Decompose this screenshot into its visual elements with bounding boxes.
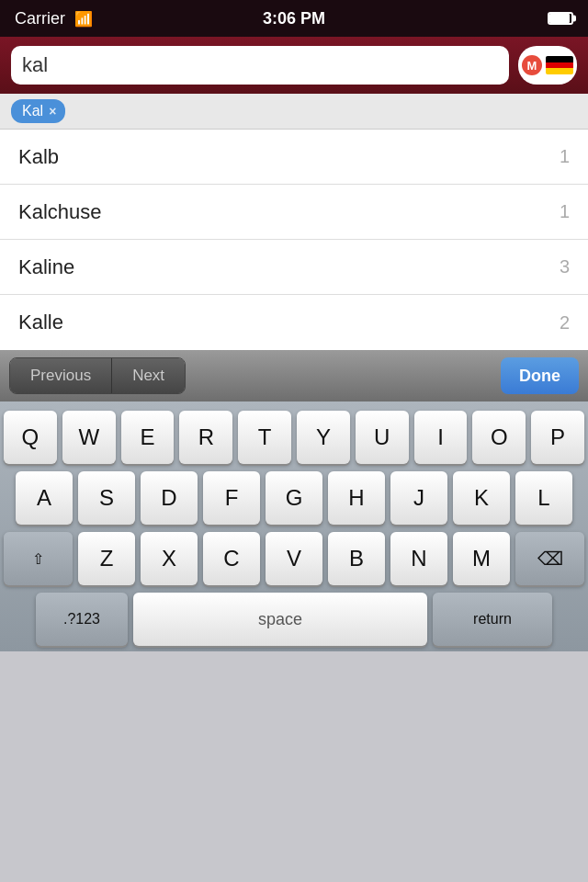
key-c[interactable]: C — [203, 532, 260, 585]
lang-badge[interactable]: M — [518, 46, 577, 85]
result-word-3: Kalle — [18, 311, 63, 334]
flag-gold — [546, 68, 573, 74]
key-r[interactable]: R — [179, 411, 232, 464]
keyboard: Q W E R T Y U I O P A S D F G H J K L ⇧ … — [0, 401, 588, 651]
result-count-3: 2 — [560, 312, 570, 334]
return-key[interactable]: return — [433, 593, 552, 646]
lang-badge-m: M — [522, 55, 542, 75]
key-n[interactable]: N — [390, 532, 447, 585]
next-button[interactable]: Next — [112, 358, 185, 393]
flag-red — [546, 62, 573, 69]
key-p[interactable]: P — [531, 411, 584, 464]
previous-button[interactable]: Previous — [10, 358, 112, 393]
keyboard-row-2: A S D F G H J K L — [4, 471, 584, 525]
key-g[interactable]: G — [266, 471, 322, 525]
space-key[interactable]: space — [133, 593, 427, 646]
token-row: Kal × — [0, 94, 588, 129]
wifi-icon: 📶 — [74, 10, 93, 28]
toolbar: Previous Next Done — [0, 350, 588, 401]
flag-black — [546, 56, 573, 62]
search-input[interactable]: kal — [22, 53, 48, 77]
token-close[interactable]: × — [49, 104, 56, 119]
status-bar-left: Carrier 📶 — [15, 9, 93, 28]
results-list: Kalb 1 Kalchuse 1 Kaline 3 Kalle 2 — [0, 129, 588, 350]
battery-icon — [548, 12, 573, 25]
key-l[interactable]: L — [515, 471, 572, 525]
result-word-2: Kaline — [18, 255, 74, 279]
token-label: Kal — [22, 103, 43, 119]
search-token[interactable]: Kal × — [11, 99, 65, 123]
status-bar: Carrier 📶 3:06 PM — [0, 0, 588, 37]
result-item-0[interactable]: Kalb 1 — [0, 130, 588, 185]
key-u[interactable]: U — [356, 411, 409, 464]
key-k[interactable]: K — [453, 471, 510, 525]
status-bar-right — [548, 12, 573, 25]
key-y[interactable]: Y — [297, 411, 350, 464]
result-word-0: Kalb — [18, 145, 59, 169]
shift-key[interactable]: ⇧ — [4, 532, 73, 585]
delete-key[interactable]: ⌫ — [515, 532, 584, 585]
key-o[interactable]: O — [472, 411, 526, 464]
key-t[interactable]: T — [238, 411, 291, 464]
result-item-2[interactable]: Kaline 3 — [0, 240, 588, 295]
keyboard-row-3: ⇧ Z X C V B N M ⌫ — [4, 532, 584, 585]
key-a[interactable]: A — [16, 471, 73, 525]
key-b[interactable]: B — [328, 532, 385, 585]
key-e[interactable]: E — [121, 411, 175, 464]
key-i[interactable]: I — [414, 411, 468, 464]
delete-icon: ⌫ — [537, 548, 563, 570]
result-count-2: 3 — [560, 256, 570, 277]
key-v[interactable]: V — [266, 532, 322, 585]
key-d[interactable]: D — [141, 471, 198, 525]
numbers-key[interactable]: .?123 — [36, 593, 128, 646]
shift-icon: ⇧ — [32, 550, 44, 568]
result-item-1[interactable]: Kalchuse 1 — [0, 185, 588, 240]
status-bar-time: 3:06 PM — [263, 9, 325, 28]
search-input-container[interactable]: kal — [11, 46, 509, 85]
key-j[interactable]: J — [390, 471, 447, 525]
key-x[interactable]: X — [141, 532, 198, 585]
keyboard-row-1: Q W E R T Y U I O P — [4, 411, 584, 464]
result-count-1: 1 — [560, 201, 570, 222]
result-word-1: Kalchuse — [18, 200, 102, 224]
key-h[interactable]: H — [328, 471, 385, 525]
carrier-label: Carrier — [15, 9, 65, 28]
key-z[interactable]: Z — [78, 532, 135, 585]
key-s[interactable]: S — [78, 471, 135, 525]
key-w[interactable]: W — [62, 411, 116, 464]
keyboard-row-bottom: .?123 space return — [4, 593, 584, 646]
german-flag — [546, 56, 573, 74]
result-item-3[interactable]: Kalle 2 — [0, 295, 588, 350]
key-q[interactable]: Q — [4, 411, 57, 464]
key-f[interactable]: F — [203, 471, 260, 525]
result-count-0: 1 — [560, 146, 570, 167]
nav-buttons: Previous Next — [9, 357, 186, 394]
header: kal M — [0, 37, 588, 94]
done-button[interactable]: Done — [501, 357, 579, 394]
key-m[interactable]: M — [453, 532, 510, 585]
